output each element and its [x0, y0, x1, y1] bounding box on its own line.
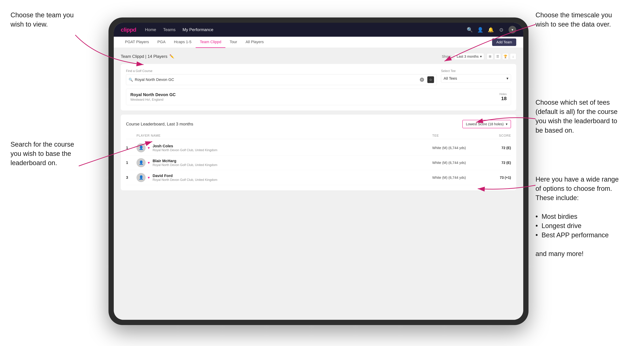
- table-row: 3 👤 ♥ David Ford Royal North Devon Golf …: [126, 170, 511, 185]
- team-title: Team Clippd | 14 Players: [121, 54, 167, 59]
- edit-icon[interactable]: ✏️: [170, 54, 174, 59]
- score-select[interactable]: Lowest Score (18 holes) ▾: [462, 120, 511, 128]
- avatar: 👤: [136, 143, 146, 152]
- player-tee: White (M) (6,744 yds): [432, 176, 485, 180]
- view-icons: ⊞ ☰ 🏆 ↓: [487, 53, 516, 60]
- nav-link-teams[interactable]: Teams: [163, 27, 176, 32]
- nav-link-home[interactable]: Home: [145, 27, 156, 32]
- player-score: 72 (E): [485, 146, 511, 150]
- find-label: Find a Golf Course: [126, 69, 437, 73]
- player-info: David Ford Royal North Devon Golf Club, …: [152, 173, 432, 182]
- bell-icon[interactable]: 🔔: [488, 26, 494, 33]
- leaderboard-header: Course Leaderboard, Last 3 months Lowest…: [126, 120, 511, 128]
- player-tee: White (M) (6,744 yds): [432, 161, 485, 165]
- list-view-icon[interactable]: ☰: [494, 53, 501, 60]
- col-player-header: PLAYER NAME: [136, 134, 432, 138]
- bullet-best-app: • Best APP performance: [536, 231, 609, 239]
- show-label: Show:: [442, 54, 452, 58]
- score-chevron-icon: ▾: [506, 122, 508, 126]
- holes-label: Holes: [500, 93, 506, 96]
- team-header: Team Clippd | 14 Players ✏️ Show: Last 3…: [121, 53, 516, 60]
- player-name: Josh Coles: [152, 144, 432, 148]
- table-header: PLAYER NAME TEE SCORE: [126, 133, 511, 139]
- col-rank-header: [126, 134, 136, 138]
- annotation-top-right: Choose the timescale youwish to see the …: [536, 10, 612, 29]
- player-club: Royal North Devon Golf Club, United King…: [152, 178, 432, 182]
- show-select[interactable]: Last 3 months ▾: [454, 53, 484, 60]
- col-tee-header: TEE: [432, 134, 485, 138]
- tee-label: Select Tee: [441, 69, 511, 73]
- course-info: Royal North Devon GC Westward Ho!, Engla…: [130, 92, 176, 102]
- subnav-pgat[interactable]: PGAT Players: [121, 37, 153, 48]
- star-button[interactable]: ☆: [427, 76, 434, 83]
- show-value: Last 3 months: [456, 54, 478, 58]
- table-row: 1 👤 ♥ Blair McHarg Royal North Devon Gol…: [126, 155, 511, 170]
- player-count: 14 Players: [148, 54, 167, 59]
- subnav-hcaps[interactable]: Hcaps 1-5: [170, 37, 196, 48]
- subnav-all-players[interactable]: All Players: [241, 37, 268, 48]
- tee-select[interactable]: All Tees ▾: [441, 74, 511, 83]
- add-team-button[interactable]: Add Team: [492, 38, 516, 46]
- player-name: Blair McHarg: [152, 159, 432, 163]
- nav-links: Home Teams My Performance: [145, 27, 466, 32]
- search-input-wrapper: 🔍 Royal North Devon GC ✕ ☆: [126, 74, 437, 85]
- search-row: Find a Golf Course 🔍 Royal North Devon G…: [126, 69, 511, 85]
- player-rank: 1: [126, 146, 136, 150]
- bullet-most-birdies: • Most birdies: [536, 213, 577, 220]
- annotation-middle-right: Choose which set of tees(default is all)…: [536, 98, 618, 135]
- and-more: and many more!: [536, 250, 584, 257]
- tee-value: All Tees: [444, 76, 457, 81]
- clear-icon[interactable]: ✕: [420, 78, 424, 82]
- player-tee: White (M) (6,744 yds): [432, 146, 485, 150]
- search-input-text[interactable]: Royal North Devon GC: [135, 77, 418, 82]
- holes-badge: Holes 18: [500, 93, 506, 101]
- leaderboard-period: Last 3 months: [167, 122, 194, 126]
- team-name: Team Clippd: [121, 54, 144, 59]
- player-rank: 1: [126, 161, 136, 165]
- user-avatar[interactable]: ▾: [508, 26, 516, 33]
- score-option-label: Lowest Score (18 holes): [466, 122, 504, 126]
- table-row: 1 👤 ♥ Josh Coles Royal North Devon Golf …: [126, 141, 511, 155]
- search-icon[interactable]: 🔍: [466, 26, 473, 33]
- player-rank: 3: [126, 175, 136, 180]
- download-icon[interactable]: ↓: [510, 53, 516, 60]
- chevron-down-icon: ▾: [480, 54, 482, 58]
- heart-icon[interactable]: ♥: [148, 176, 150, 180]
- leaderboard-title: Course Leaderboard, Last 3 months: [126, 122, 193, 127]
- nav-logo: clippd: [121, 26, 136, 33]
- annotation-top-left: Choose the team youwish to view.: [10, 10, 74, 29]
- tee-field: Select Tee All Tees ▾: [441, 69, 511, 85]
- avatar: 👤: [136, 158, 146, 167]
- player-score: 72 (E): [485, 161, 511, 165]
- course-location: Westward Ho!, England: [130, 98, 176, 102]
- search-card: Find a Golf Course 🔍 Royal North Devon G…: [121, 64, 516, 110]
- trophy-icon[interactable]: 🏆: [502, 53, 508, 60]
- navbar: clippd Home Teams My Performance 🔍 👤 🔔 ⊙…: [114, 23, 523, 37]
- people-icon[interactable]: 👤: [477, 26, 483, 33]
- tee-chevron-icon: ▾: [506, 76, 508, 81]
- tablet-frame: clippd Home Teams My Performance 🔍 👤 🔔 ⊙…: [108, 17, 528, 325]
- subnav-team-clippd[interactable]: Team Clippd: [196, 37, 226, 48]
- grid-view-icon[interactable]: ⊞: [487, 53, 493, 60]
- player-club: Royal North Devon Golf Club, United King…: [152, 148, 432, 152]
- player-name: David Ford: [152, 173, 432, 178]
- team-controls: Show: Last 3 months ▾ ⊞ ☰ 🏆 ↓: [442, 53, 516, 60]
- subnav-pga[interactable]: PGA: [153, 37, 170, 48]
- heart-icon[interactable]: ♥: [148, 146, 150, 150]
- player-info: Josh Coles Royal North Devon Golf Club, …: [152, 144, 432, 152]
- search-field: Find a Golf Course 🔍 Royal North Devon G…: [126, 69, 437, 85]
- course-result[interactable]: Royal North Devon GC Westward Ho!, Engla…: [126, 89, 511, 105]
- avatar: 👤: [136, 173, 146, 182]
- heart-icon[interactable]: ♥: [148, 161, 150, 165]
- nav-icons: 🔍 👤 🔔 ⊙ ▾: [466, 26, 516, 33]
- subnav-tour[interactable]: Tour: [226, 37, 241, 48]
- holes-number: 18: [500, 96, 506, 101]
- leaderboard-card: Course Leaderboard, Last 3 months Lowest…: [121, 115, 516, 190]
- search-icon: 🔍: [128, 78, 133, 82]
- annotation-middle-left: Search for the courseyou wish to base th…: [10, 140, 74, 168]
- bullet-longest-drive: • Longest drive: [536, 222, 582, 229]
- course-name: Royal North Devon GC: [130, 92, 176, 97]
- settings-icon[interactable]: ⊙: [498, 26, 504, 33]
- main-content: Team Clippd | 14 Players ✏️ Show: Last 3…: [114, 48, 523, 320]
- nav-link-performance[interactable]: My Performance: [182, 27, 213, 32]
